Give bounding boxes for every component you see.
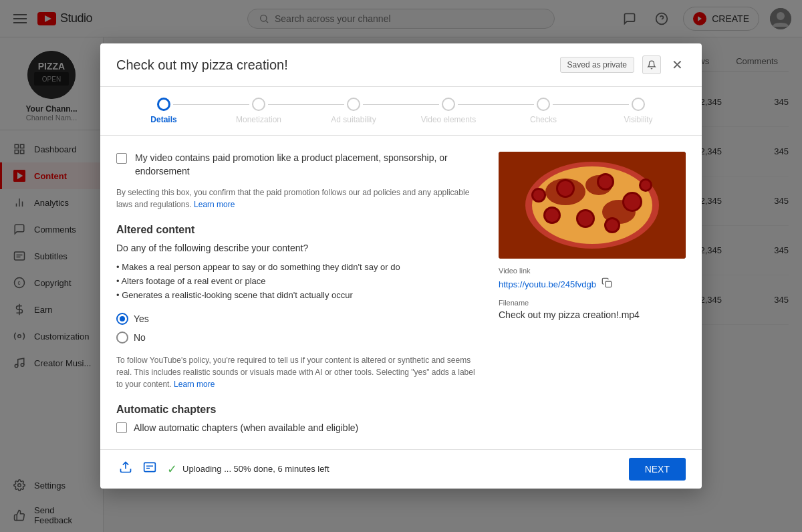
close-button[interactable]: ✕	[669, 54, 686, 76]
svg-point-51	[533, 190, 544, 201]
upload-status-text: Uploading ... 50% done, 6 minutes left	[182, 464, 329, 474]
svg-point-47	[545, 209, 559, 222]
modal-title: Check out my pizza creation!	[116, 57, 288, 73]
step-label-details: Details	[150, 115, 176, 124]
video-preview-thumbnail	[499, 152, 686, 259]
auto-chapters-label: Allow automatic chapters (when available…	[134, 422, 358, 433]
altered-content-title: Altered content	[116, 224, 483, 236]
policy-learn-more-link[interactable]: Learn more	[174, 380, 215, 389]
step-monetization[interactable]: Monetization	[211, 98, 306, 124]
radio-yes[interactable]: Yes	[116, 313, 483, 325]
promotion-learn-more-link[interactable]: Learn more	[194, 200, 235, 209]
next-button[interactable]: NEXT	[629, 458, 686, 481]
filename-label: Filename	[499, 299, 686, 307]
step-label-ad: Ad suitability	[331, 115, 376, 124]
upload-icon-button[interactable]	[116, 458, 135, 480]
modal-header: Check out my pizza creation! Saved as pr…	[100, 43, 702, 87]
svg-rect-56	[144, 462, 156, 471]
step-label-monetization: Monetization	[236, 115, 281, 124]
step-video-elements[interactable]: Video elements	[401, 98, 496, 124]
automatic-chapters-section: Automatic chapters Allow automatic chapt…	[116, 404, 483, 433]
step-circle-visibility	[632, 98, 645, 111]
modal-left-column: My video contains paid promotion like a …	[116, 152, 483, 432]
pizza-image	[499, 152, 686, 259]
svg-point-43	[624, 194, 640, 210]
radio-outer-no	[116, 331, 128, 344]
svg-point-49	[606, 219, 618, 231]
step-label-checks: Checks	[530, 115, 557, 124]
video-link[interactable]: https://youtu.be/245fvdgb	[499, 279, 596, 289]
modal-overlay: Check out my pizza creation! Saved as pr…	[0, 0, 802, 532]
step-circle-elements	[442, 98, 455, 111]
svg-point-45	[578, 211, 593, 226]
bullet-item: Generates a realistic-looking scene that…	[116, 288, 483, 302]
radio-label-no: No	[134, 332, 146, 343]
saved-as-private-badge[interactable]: Saved as private	[560, 57, 634, 73]
modal-right-column: Video link https://youtu.be/245fvdgb F	[499, 152, 686, 432]
svg-point-53	[641, 180, 650, 190]
step-circle-ad	[347, 98, 360, 111]
auto-chapters-checkbox[interactable]	[116, 422, 127, 433]
modal-footer: ✓ Uploading ... 50% done, 6 minutes left…	[100, 449, 702, 489]
copy-icon[interactable]	[602, 277, 612, 291]
step-circle-monetization	[252, 98, 265, 111]
modal-body: My video contains paid promotion like a …	[100, 136, 702, 448]
altered-content-question: Do any of the following describe your co…	[116, 243, 483, 253]
bullet-item: Makes a real person appear to say or do …	[116, 260, 483, 274]
step-label-visibility: Visibility	[624, 115, 652, 124]
captions-icon-button[interactable]	[140, 458, 159, 480]
filename-section: Filename Check out my pizza creation!.mp…	[499, 299, 686, 320]
pizza-svg	[499, 152, 686, 259]
svg-point-39	[558, 181, 573, 196]
filename-value: Check out my pizza creation!.mp4	[499, 309, 686, 320]
svg-rect-54	[606, 281, 612, 287]
altered-content-radio-group: Yes No	[116, 313, 483, 344]
step-circle-details	[157, 98, 170, 111]
upload-status: ✓ Uploading ... 50% done, 6 minutes left	[167, 462, 621, 477]
promotion-checkbox[interactable]	[116, 153, 127, 164]
step-details[interactable]: Details	[116, 98, 211, 124]
radio-label-yes: Yes	[134, 313, 149, 324]
promotion-checkbox-label: My video contains paid promotion like a …	[135, 152, 483, 178]
svg-point-41	[599, 175, 612, 188]
radio-no[interactable]: No	[116, 331, 483, 344]
radio-outer-yes	[116, 313, 128, 325]
promotion-section: My video contains paid promotion like a …	[116, 152, 483, 178]
notification-button[interactable]	[642, 55, 661, 74]
step-circle-checks	[537, 98, 550, 111]
bullet-item: Alters footage of a real event or place	[116, 274, 483, 288]
step-visibility[interactable]: Visibility	[591, 98, 686, 124]
radio-inner-yes	[120, 316, 125, 321]
promotion-description: By selecting this box, you confirm that …	[116, 186, 483, 211]
auto-chapters-title: Automatic chapters	[116, 404, 483, 416]
upload-modal: Check out my pizza creation! Saved as pr…	[100, 43, 702, 488]
video-link-section: Video link https://youtu.be/245fvdgb	[499, 267, 686, 291]
stepper: Details Monetization Ad suitability Vide…	[100, 87, 702, 136]
altered-content-section: Altered content Do any of the following …	[116, 224, 483, 390]
altered-content-bullets: Makes a real person appear to say or do …	[116, 260, 483, 302]
step-label-elements: Video elements	[421, 115, 477, 124]
auto-chapters-checkbox-row[interactable]: Allow automatic chapters (when available…	[116, 422, 483, 433]
video-link-label: Video link	[499, 267, 686, 275]
footer-icons	[116, 458, 159, 480]
step-checks[interactable]: Checks	[496, 98, 591, 124]
modal-header-right: Saved as private ✕	[560, 54, 686, 76]
policy-text: To follow YouTube's policy, you're requi…	[116, 354, 483, 390]
step-ad-suitability[interactable]: Ad suitability	[306, 98, 401, 124]
video-link-row: https://youtu.be/245fvdgb	[499, 277, 686, 291]
status-check-icon: ✓	[167, 462, 177, 477]
